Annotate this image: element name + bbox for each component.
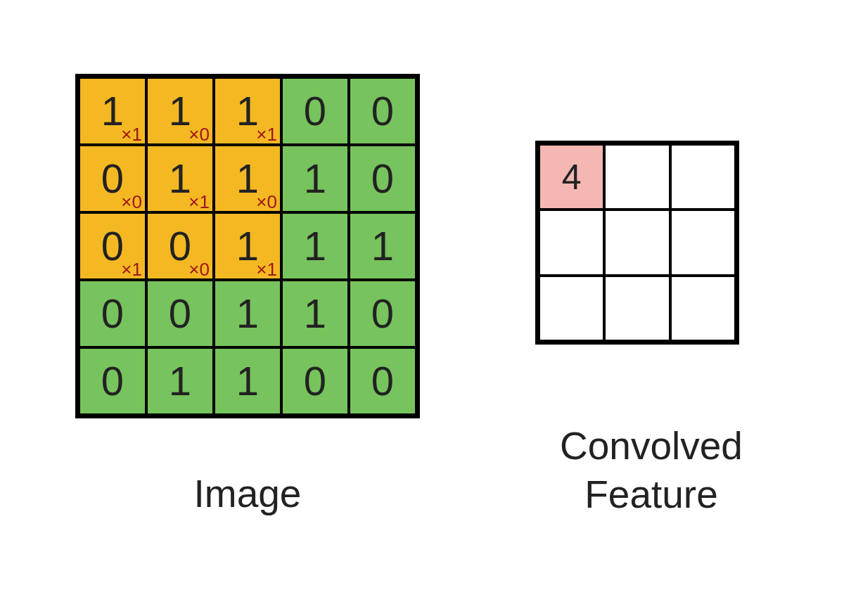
image-cell: 1×1 [79,77,146,145]
image-cell-value: 1 [169,158,191,199]
image-cell-value: 0 [169,226,191,267]
filter-weight-label: ×1 [256,260,277,278]
image-cell: 0 [79,280,146,347]
image-cell-value: 1 [304,293,326,334]
image-cell-value: 0 [101,361,124,402]
image-cell: 0 [281,347,349,415]
label-feature: Convolved Feature [535,422,767,519]
image-cell: 0 [349,77,416,145]
image-cell-value: 1 [169,91,191,131]
image-cell-value: 1 [304,226,326,267]
image-cell: 1×1 [214,77,281,145]
image-cell-value: 1 [236,361,259,402]
feature-cell [539,210,604,275]
filter-weight-label: ×1 [121,125,142,143]
image-cell-value: 0 [101,293,124,334]
image-cell-value: 1 [236,91,259,131]
feature-cell [670,276,736,341]
image-cell-value: 1 [304,158,326,199]
image-cell-value: 0 [371,158,394,199]
image-cell: 0×1 [79,212,146,280]
image-cell: 1×1 [146,145,214,212]
image-cell-value: 1 [101,91,124,131]
image-cell-value: 1 [236,226,259,267]
image-cell: 0 [281,77,349,145]
image-cell-value: 0 [371,91,394,131]
image-cell-value: 1 [169,361,191,402]
filter-weight-label: ×0 [121,193,142,211]
image-cell: 1 [214,347,281,415]
feature-cell [604,276,670,341]
image-cell: 1 [146,347,214,415]
filter-weight-label: ×1 [188,193,210,211]
image-cell: 1 [281,212,349,280]
image-cell: 0 [349,145,416,212]
feature-cell-value: 4 [562,160,582,195]
image-cell-value: 0 [304,361,326,402]
image-cell-value: 0 [371,293,394,334]
image-cell: 0 [79,347,146,415]
image-cell: 1 [214,280,281,347]
image-grid: 1×11×01×1000×01×11×0100×10×01×1110011001… [75,74,420,418]
filter-weight-label: ×0 [188,260,210,278]
image-cell: 1×1 [214,212,281,280]
image-cell-value: 1 [236,293,259,334]
image-cell: 1 [281,280,349,347]
feature-cell [604,144,670,210]
image-cell: 1×0 [214,145,281,212]
feature-cell [539,276,604,341]
filter-weight-label: ×0 [256,193,277,211]
image-cell-value: 0 [101,158,124,199]
image-cell-value: 0 [371,361,394,402]
filter-weight-label: ×1 [256,125,277,143]
image-cell: 1 [281,145,349,212]
diagram-root: 1×11×01×1000×01×11×0100×10×01×1110011001… [0,0,844,616]
image-cell-value: 0 [304,91,326,131]
feature-cell [604,210,670,275]
image-cell-value: 0 [169,293,191,334]
feature-cell [670,144,736,210]
feature-grid: 4 [535,141,739,345]
filter-weight-label: ×1 [121,260,142,278]
image-cell-value: 1 [371,226,394,267]
image-cell: 0 [349,347,416,415]
image-cell: 0×0 [79,145,146,212]
image-cell: 1 [349,212,416,280]
image-cell-value: 1 [236,158,259,199]
image-cell: 0 [349,280,416,347]
image-cell: 0 [146,280,214,347]
feature-cell: 4 [539,144,604,210]
label-image: Image [75,471,420,516]
image-cell-value: 0 [101,226,124,267]
filter-weight-label: ×0 [188,125,210,143]
image-cell: 1×0 [146,77,214,145]
feature-cell [670,210,736,275]
image-cell: 0×0 [146,212,214,280]
